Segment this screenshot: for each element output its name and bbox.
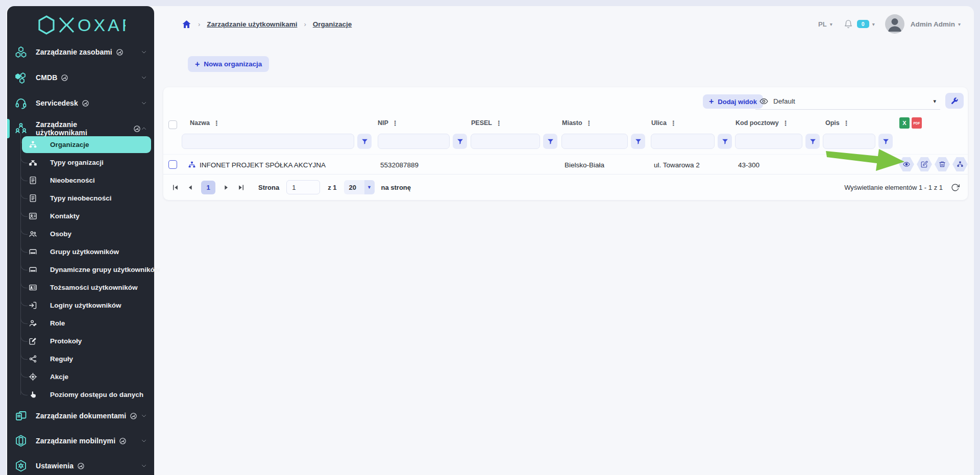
filter-input-ulica[interactable]	[651, 134, 715, 149]
sidebar-item-label: Grupy użytkowników	[50, 248, 119, 256]
avatar[interactable]	[885, 14, 904, 34]
sidebar-item-typy-organizacji[interactable]: Typy organizacji	[7, 154, 154, 171]
sidebar-item-servicedesk[interactable]: Servicedesk	[7, 90, 154, 116]
edit-row-button[interactable]	[917, 157, 932, 171]
sidebar-item-zarzadzanie-mobilnymi[interactable]: Zarządzanie mobilnymi	[7, 428, 154, 454]
cell-kod-pocztowy: 43-300	[738, 155, 760, 175]
share-nodes-icon	[29, 355, 37, 363]
last-page-icon[interactable]	[237, 184, 245, 191]
sidebar-item-reguly[interactable]: Reguły	[7, 350, 154, 368]
sidebar-item-akcje[interactable]: Akcje	[7, 368, 154, 386]
sidebar-item-nieobecnosci[interactable]: Nieobecności	[7, 171, 154, 189]
filter-button-ulica[interactable]	[718, 134, 732, 149]
view-row-button[interactable]	[899, 157, 914, 171]
sidebar-item-grupy-uzytkownikow[interactable]: Grupy użytkowników	[7, 243, 154, 261]
breadcrumb-link-users[interactable]: Zarządzanie użytkownikami	[207, 20, 297, 28]
dashboard-gauge-icon[interactable]	[61, 74, 68, 82]
filter-input-nip[interactable]	[378, 134, 450, 149]
sidebar-item-typy-nieobecnosci[interactable]: Typy nieobecności	[7, 189, 154, 207]
dashboard-gauge-icon[interactable]	[133, 125, 141, 133]
breadcrumb-link-organizations[interactable]: Organizacje	[313, 20, 352, 28]
organization-icon	[188, 161, 196, 169]
user-bar: PL ▾ 0 ▾ Admin Admin ▾	[818, 13, 961, 35]
home-icon[interactable]	[182, 19, 191, 29]
dashboard-gauge-icon[interactable]	[119, 437, 127, 445]
user-group-icon	[29, 247, 37, 256]
view-select-value: Default	[773, 97, 795, 105]
sidebar-item-protokoly[interactable]: Protokoły	[7, 332, 154, 350]
previous-page-icon[interactable]	[186, 184, 194, 191]
filter-input-nazwa[interactable]	[182, 134, 354, 149]
sidebar-item-dynamiczne-grupy[interactable]: Dynamiczne grupy użytkowników	[7, 261, 154, 279]
dashboard-gauge-icon[interactable]	[130, 412, 137, 420]
export-excel-icon[interactable]: X	[899, 117, 910, 129]
filter-button-pesel[interactable]	[543, 134, 557, 149]
notification-bell-icon[interactable]	[844, 19, 853, 29]
column-header-pesel: PESEL⋮	[471, 119, 502, 127]
chevron-down-icon[interactable]: ▾	[958, 21, 961, 27]
filter-button-nazwa[interactable]	[357, 134, 372, 149]
dashboard-gauge-icon[interactable]	[77, 462, 85, 470]
add-view-button[interactable]: + Dodaj widok	[703, 94, 763, 109]
dashboard-gauge-icon[interactable]	[82, 99, 89, 107]
page-input[interactable]	[286, 180, 320, 194]
column-label: PESEL	[471, 119, 492, 127]
new-organization-button[interactable]: + Nowa organizacja	[188, 56, 269, 72]
page-number-button[interactable]: 1	[201, 181, 215, 194]
documents-icon	[15, 410, 27, 422]
filter-button-kod-pocztowy[interactable]	[805, 134, 820, 149]
next-page-icon[interactable]	[223, 184, 230, 191]
column-menu-icon[interactable]: ⋮	[782, 120, 789, 127]
chevron-down-icon[interactable]: ▾	[830, 21, 832, 27]
eye-icon	[760, 97, 768, 106]
filter-input-opis[interactable]	[823, 134, 875, 149]
table-row[interactable]: INFONET PROJEKT SPÓŁKA AKCYJNA 553208788…	[163, 154, 968, 174]
language-selector[interactable]: PL	[818, 20, 827, 28]
export-pdf-icon[interactable]: PDF	[912, 117, 922, 129]
column-menu-icon[interactable]: ⋮	[496, 120, 502, 127]
filter-input-kod-pocztowy[interactable]	[735, 134, 802, 149]
filter-button-opis[interactable]	[878, 134, 893, 149]
sidebar-item-organizacje[interactable]: Organizacje	[7, 136, 154, 154]
sidebar-item-zarzadzanie-dokumentami[interactable]: Zarządzanie dokumentami	[7, 403, 154, 429]
sidebar-item-zarzadzanie-zasobami[interactable]: Zarządzanie zasobami	[7, 39, 154, 65]
hierarchy-row-button[interactable]	[952, 157, 968, 171]
sidebar-item-label: Organizacje	[50, 141, 89, 148]
column-menu-icon[interactable]: ⋮	[392, 120, 399, 127]
chevron-down-icon	[141, 100, 147, 106]
column-label: Kod pocztowy	[736, 119, 779, 127]
column-menu-icon[interactable]: ⋮	[843, 120, 850, 127]
sidebar-item-loginy[interactable]: Loginy użytkowników	[7, 296, 154, 314]
first-page-icon[interactable]	[172, 184, 179, 191]
column-header-nip: NIP⋮	[378, 119, 399, 127]
cell-nip: 5532087889	[380, 155, 419, 175]
filter-input-miasto[interactable]	[561, 134, 628, 149]
column-menu-icon[interactable]: ⋮	[586, 120, 593, 127]
sidebar-item-poziomy-dostepu[interactable]: Poziomy dostępu do danych	[7, 386, 154, 404]
row-checkbox[interactable]	[168, 160, 177, 169]
view-select[interactable]: Default ▾	[755, 93, 940, 110]
refresh-icon[interactable]	[951, 183, 960, 192]
delete-row-button[interactable]	[935, 157, 950, 171]
column-menu-icon[interactable]: ⋮	[213, 120, 220, 127]
filter-button-nip[interactable]	[453, 134, 467, 149]
sidebar-item-cmdb[interactable]: CMDB	[7, 65, 154, 90]
sidebar-item-role[interactable]: Role	[7, 314, 154, 332]
filter-button-miasto[interactable]	[631, 134, 645, 149]
chevron-down-icon[interactable]: ▾	[872, 21, 875, 27]
column-menu-icon[interactable]: ⋮	[670, 120, 677, 127]
dashboard-gauge-icon[interactable]	[116, 48, 124, 56]
sidebar-item-osoby[interactable]: Osoby	[7, 225, 154, 243]
add-view-label: Dodaj widok	[718, 98, 757, 106]
sidebar-item-ustawienia[interactable]: Ustawienia	[7, 453, 154, 475]
chevron-up-icon	[141, 126, 147, 132]
document-pen-icon	[29, 337, 37, 345]
sidebar-item-label: Akcje	[50, 373, 68, 381]
sidebar-item-tozsamosci[interactable]: Tożsamości użytkowników	[7, 279, 154, 296]
sidebar-item-kontakty[interactable]: Kontakty	[7, 207, 154, 225]
page-size-select[interactable]: 20 ▼	[344, 180, 375, 194]
table-settings-button[interactable]	[945, 93, 964, 109]
notification-count-badge[interactable]: 0	[857, 20, 869, 28]
filter-input-pesel[interactable]	[471, 134, 540, 149]
select-all-checkbox[interactable]	[168, 120, 177, 129]
